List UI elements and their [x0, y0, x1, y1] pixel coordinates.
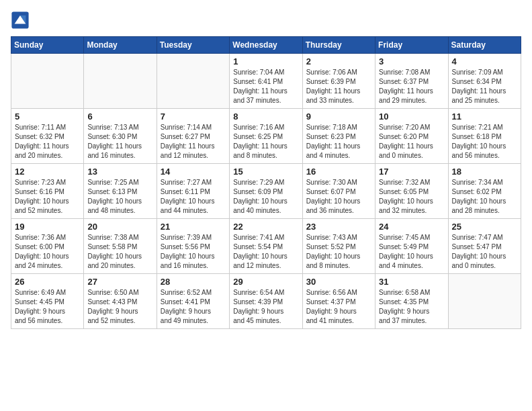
logo: [11, 11, 31, 30]
day-info: Sunrise: 7:36 AM Sunset: 6:00 PM Dayligh…: [15, 233, 80, 271]
weekday-header: Sunday: [11, 37, 84, 54]
day-info: Sunrise: 7:14 AM Sunset: 6:27 PM Dayligh…: [161, 123, 226, 161]
day-number: 22: [233, 222, 298, 232]
day-number: 2: [306, 56, 371, 66]
day-number: 1: [233, 56, 298, 66]
calendar: SundayMondayTuesdayWednesdayThursdayFrid…: [11, 36, 521, 329]
calendar-cell: 29Sunrise: 6:54 AM Sunset: 4:39 PM Dayli…: [230, 274, 302, 329]
calendar-cell: 1Sunrise: 7:04 AM Sunset: 6:41 PM Daylig…: [230, 54, 302, 109]
day-number: 24: [379, 222, 444, 232]
day-number: 3: [379, 56, 444, 66]
day-number: 11: [452, 111, 517, 122]
day-number: 26: [15, 277, 80, 287]
day-number: 28: [161, 277, 226, 287]
day-info: Sunrise: 7:04 AM Sunset: 6:41 PM Dayligh…: [233, 68, 298, 105]
day-number: 21: [161, 222, 226, 232]
calendar-cell: 7Sunrise: 7:14 AM Sunset: 6:27 PM Daylig…: [157, 109, 229, 164]
day-info: Sunrise: 6:50 AM Sunset: 4:43 PM Dayligh…: [87, 288, 152, 326]
calendar-cell: 6Sunrise: 7:13 AM Sunset: 6:30 PM Daylig…: [84, 109, 157, 164]
calendar-week-row: 19Sunrise: 7:36 AM Sunset: 6:00 PM Dayli…: [11, 219, 521, 274]
calendar-cell: 8Sunrise: 7:16 AM Sunset: 6:25 PM Daylig…: [230, 109, 302, 164]
day-info: Sunrise: 6:52 AM Sunset: 4:41 PM Dayligh…: [161, 288, 226, 326]
weekday-header: Thursday: [302, 37, 375, 54]
calendar-cell: 19Sunrise: 7:36 AM Sunset: 6:00 PM Dayli…: [11, 219, 84, 274]
calendar-cell: 15Sunrise: 7:29 AM Sunset: 6:09 PM Dayli…: [230, 164, 302, 219]
day-number: 25: [452, 222, 517, 232]
calendar-cell: [84, 54, 157, 109]
day-info: Sunrise: 7:21 AM Sunset: 6:18 PM Dayligh…: [452, 123, 517, 161]
day-info: Sunrise: 7:34 AM Sunset: 6:02 PM Dayligh…: [452, 178, 517, 216]
day-info: Sunrise: 7:39 AM Sunset: 5:56 PM Dayligh…: [161, 233, 226, 271]
day-info: Sunrise: 7:41 AM Sunset: 5:54 PM Dayligh…: [233, 233, 298, 271]
day-number: 5: [15, 111, 80, 122]
calendar-cell: 25Sunrise: 7:47 AM Sunset: 5:47 PM Dayli…: [448, 219, 521, 274]
day-number: 18: [452, 167, 517, 177]
calendar-cell: 30Sunrise: 6:56 AM Sunset: 4:37 PM Dayli…: [302, 274, 375, 329]
calendar-cell: 3Sunrise: 7:08 AM Sunset: 6:37 PM Daylig…: [375, 54, 448, 109]
day-info: Sunrise: 7:27 AM Sunset: 6:11 PM Dayligh…: [161, 178, 226, 216]
day-number: 8: [233, 111, 298, 122]
calendar-cell: 24Sunrise: 7:45 AM Sunset: 5:49 PM Dayli…: [375, 219, 448, 274]
calendar-week-row: 5Sunrise: 7:11 AM Sunset: 6:32 PM Daylig…: [11, 109, 521, 164]
calendar-cell: [11, 54, 84, 109]
calendar-cell: 16Sunrise: 7:30 AM Sunset: 6:07 PM Dayli…: [302, 164, 375, 219]
day-info: Sunrise: 7:43 AM Sunset: 5:52 PM Dayligh…: [306, 233, 371, 271]
calendar-cell: 18Sunrise: 7:34 AM Sunset: 6:02 PM Dayli…: [448, 164, 521, 219]
calendar-cell: 10Sunrise: 7:20 AM Sunset: 6:20 PM Dayli…: [375, 109, 448, 164]
day-number: 14: [161, 167, 226, 177]
day-number: 16: [306, 167, 371, 177]
day-info: Sunrise: 7:08 AM Sunset: 6:37 PM Dayligh…: [379, 68, 444, 105]
weekday-header: Tuesday: [157, 37, 229, 54]
calendar-cell: 9Sunrise: 7:18 AM Sunset: 6:23 PM Daylig…: [302, 109, 375, 164]
day-number: 6: [87, 111, 152, 122]
calendar-cell: 11Sunrise: 7:21 AM Sunset: 6:18 PM Dayli…: [448, 109, 521, 164]
day-number: 17: [379, 167, 444, 177]
weekday-header: Monday: [84, 37, 157, 54]
day-number: 29: [233, 277, 298, 287]
calendar-cell: [448, 274, 521, 329]
weekday-header: Saturday: [448, 37, 521, 54]
day-number: 27: [87, 277, 152, 287]
weekday-header: Friday: [375, 37, 448, 54]
day-number: 30: [306, 277, 371, 287]
calendar-cell: 14Sunrise: 7:27 AM Sunset: 6:11 PM Dayli…: [157, 164, 229, 219]
day-number: 15: [233, 167, 298, 177]
day-info: Sunrise: 6:49 AM Sunset: 4:45 PM Dayligh…: [15, 288, 80, 326]
day-info: Sunrise: 7:06 AM Sunset: 6:39 PM Dayligh…: [306, 68, 371, 105]
day-info: Sunrise: 7:38 AM Sunset: 5:58 PM Dayligh…: [87, 233, 152, 271]
day-info: Sunrise: 7:47 AM Sunset: 5:47 PM Dayligh…: [452, 233, 517, 271]
day-info: Sunrise: 6:54 AM Sunset: 4:39 PM Dayligh…: [233, 288, 298, 326]
day-number: 23: [306, 222, 371, 232]
calendar-cell: 2Sunrise: 7:06 AM Sunset: 6:39 PM Daylig…: [302, 54, 375, 109]
day-number: 7: [161, 111, 226, 122]
calendar-week-row: 26Sunrise: 6:49 AM Sunset: 4:45 PM Dayli…: [11, 274, 521, 329]
day-info: Sunrise: 7:25 AM Sunset: 6:13 PM Dayligh…: [87, 178, 152, 216]
calendar-cell: 20Sunrise: 7:38 AM Sunset: 5:58 PM Dayli…: [84, 219, 157, 274]
calendar-cell: 5Sunrise: 7:11 AM Sunset: 6:32 PM Daylig…: [11, 109, 84, 164]
day-number: 31: [379, 277, 444, 287]
calendar-cell: 12Sunrise: 7:23 AM Sunset: 6:16 PM Dayli…: [11, 164, 84, 219]
calendar-cell: 22Sunrise: 7:41 AM Sunset: 5:54 PM Dayli…: [230, 219, 302, 274]
day-number: 19: [15, 222, 80, 232]
day-info: Sunrise: 7:30 AM Sunset: 6:07 PM Dayligh…: [306, 178, 371, 216]
day-info: Sunrise: 7:13 AM Sunset: 6:30 PM Dayligh…: [87, 123, 152, 161]
calendar-cell: 21Sunrise: 7:39 AM Sunset: 5:56 PM Dayli…: [157, 219, 229, 274]
day-number: 9: [306, 111, 371, 122]
day-info: Sunrise: 6:58 AM Sunset: 4:35 PM Dayligh…: [379, 288, 444, 326]
calendar-cell: 4Sunrise: 7:09 AM Sunset: 6:34 PM Daylig…: [448, 54, 521, 109]
day-number: 12: [15, 167, 80, 177]
day-info: Sunrise: 6:56 AM Sunset: 4:37 PM Dayligh…: [306, 288, 371, 326]
weekday-header-row: SundayMondayTuesdayWednesdayThursdayFrid…: [11, 37, 521, 54]
page-header: [11, 11, 521, 30]
calendar-cell: 23Sunrise: 7:43 AM Sunset: 5:52 PM Dayli…: [302, 219, 375, 274]
day-number: 13: [87, 167, 152, 177]
day-number: 10: [379, 111, 444, 122]
day-info: Sunrise: 7:32 AM Sunset: 6:05 PM Dayligh…: [379, 178, 444, 216]
day-info: Sunrise: 7:18 AM Sunset: 6:23 PM Dayligh…: [306, 123, 371, 161]
day-info: Sunrise: 7:20 AM Sunset: 6:20 PM Dayligh…: [379, 123, 444, 161]
day-info: Sunrise: 7:11 AM Sunset: 6:32 PM Dayligh…: [15, 123, 80, 161]
calendar-cell: 26Sunrise: 6:49 AM Sunset: 4:45 PM Dayli…: [11, 274, 84, 329]
calendar-week-row: 12Sunrise: 7:23 AM Sunset: 6:16 PM Dayli…: [11, 164, 521, 219]
logo-icon: [11, 11, 30, 30]
day-number: 4: [452, 56, 517, 66]
